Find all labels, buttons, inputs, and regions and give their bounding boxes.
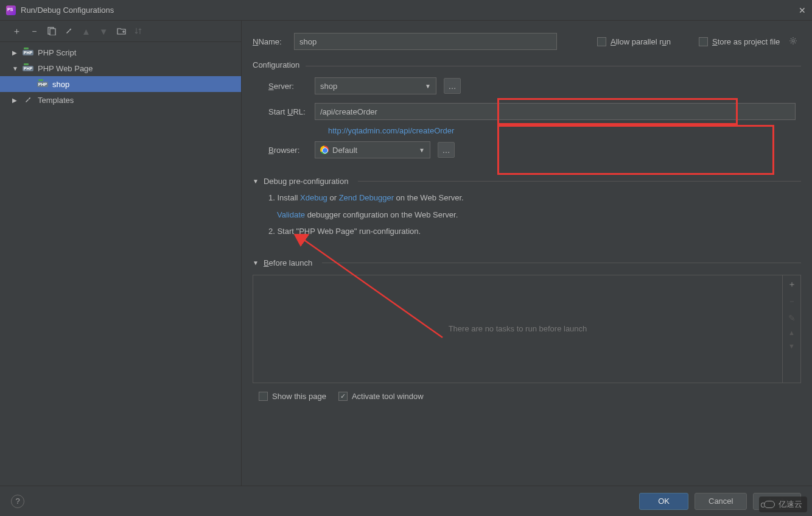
resolved-url-link[interactable]: http://yqtadmin.com/api/createOrder [268,126,801,135]
store-project-checkbox[interactable] [699,37,708,46]
allow-parallel-label: Allow parallel run [611,37,671,46]
server-browse-button[interactable]: … [444,78,461,94]
collapse-icon: ▼ [253,178,259,185]
tree-label: PHP Script [38,48,76,57]
sort-icon[interactable] [135,27,143,35]
wrench-icon [22,95,34,105]
tree-label: PHP Web Page [38,64,93,73]
remove-task-icon[interactable]: － [788,296,796,307]
xdebug-link[interactable]: Xdebug [300,193,327,202]
main-panel: NName: Allow parallel run Store as proje… [242,21,812,486]
empty-message: There are no tasks to run before launch [253,275,782,383]
before-launch-list: There are no tasks to run before launch … [253,275,801,383]
tree-label: Templates [38,96,74,105]
chevron-down-icon: ▼ [419,147,425,154]
gear-icon[interactable] [789,37,797,47]
sidebar: ＋ － ▲ ▼ ▶ PHP PHP Script ▼ [0,21,242,486]
zend-link[interactable]: Zend Debugger [339,193,394,202]
move-down-icon[interactable]: ▼ [788,342,795,350]
chevron-down-icon: ▼ [425,83,431,90]
tree-node-shop[interactable]: PHP shop [0,76,241,92]
server-value: shop [320,82,337,91]
allow-parallel-checkbox[interactable] [597,37,606,46]
collapse-icon: ▼ [253,260,259,266]
collapse-icon: ▼ [12,65,19,72]
config-tree: ▶ PHP PHP Script ▼ PHP PHP Web Page PHP … [0,42,241,486]
divider [358,181,801,182]
window-title: Run/Debug Configurations [21,5,114,15]
debug-steps: 1. Install Xdebug or Zend Debugger on th… [253,186,801,249]
config-toolbar: ＋ － ▲ ▼ [0,21,241,42]
app-icon [6,5,16,15]
debug-title: Debug pre-configuration [264,177,348,186]
tree-label: shop [52,80,69,89]
before-launch-title: Before launch [264,258,312,267]
activate-tool-label: Activate tool window [352,392,424,401]
name-label: NName: [253,37,282,46]
store-project-label: Store as project file [712,37,780,46]
cloud-icon [764,501,775,508]
folder-icon[interactable] [117,27,126,35]
tree-node-php-web-page[interactable]: ▼ PHP PHP Web Page [0,60,241,76]
move-up-icon[interactable]: ▲ [788,329,795,336]
configuration-title: Configuration [253,60,306,69]
show-page-label: Show this page [272,392,326,401]
debug-step2: 2. Start "PHP Web Page" run-configuratio… [268,225,801,238]
watermark: 亿速云 [759,497,807,512]
debug-section-header[interactable]: ▼ Debug pre-configuration [253,177,801,186]
add-task-icon[interactable]: ＋ [788,279,796,290]
cancel-button[interactable]: Cancel [695,493,747,510]
php-icon: PHP [22,63,34,73]
ok-button[interactable]: OK [639,493,688,510]
show-page-checkbox[interactable] [259,392,268,401]
tree-node-php-script[interactable]: ▶ PHP PHP Script [0,44,241,60]
start-url-input[interactable] [315,103,796,120]
expand-icon: ▶ [12,97,19,104]
close-icon[interactable]: ✕ [799,5,806,15]
chrome-icon [320,146,329,154]
watermark-text: 亿速云 [779,499,802,510]
server-label: Server: [268,82,307,91]
add-icon[interactable]: ＋ [12,26,21,37]
php-icon: PHP [22,48,34,57]
move-up-icon[interactable]: ▲ [82,26,91,37]
validate-link[interactable]: Validate [277,210,305,219]
copy-icon[interactable] [47,27,56,35]
browser-select[interactable]: Default ▼ [315,141,430,158]
svg-rect-1 [50,29,55,35]
browser-value: Default [332,146,357,155]
edit-task-icon[interactable]: ✎ [788,313,796,323]
remove-icon[interactable]: － [30,26,39,37]
move-down-icon[interactable]: ▼ [99,26,108,37]
server-select[interactable]: shop ▼ [315,77,436,94]
expand-icon: ▶ [12,49,19,56]
browser-label: Browser: [268,146,307,155]
help-button[interactable]: ? [11,495,24,508]
dialog-footer: ? OK Cancel Apply [0,486,812,516]
before-launch-header[interactable]: ▼ Before launch [253,258,801,267]
tree-node-templates[interactable]: ▶ Templates [0,92,241,108]
browser-browse-button[interactable]: … [438,142,455,158]
wrench-icon[interactable] [65,27,73,35]
divider [322,263,801,263]
php-icon: PHP [37,79,49,89]
activate-tool-checkbox[interactable] [338,392,348,401]
svg-point-2 [792,40,794,42]
title-bar: Run/Debug Configurations ✕ [0,0,812,21]
name-input[interactable] [294,33,557,50]
start-url-label: Start URL: [268,107,307,116]
